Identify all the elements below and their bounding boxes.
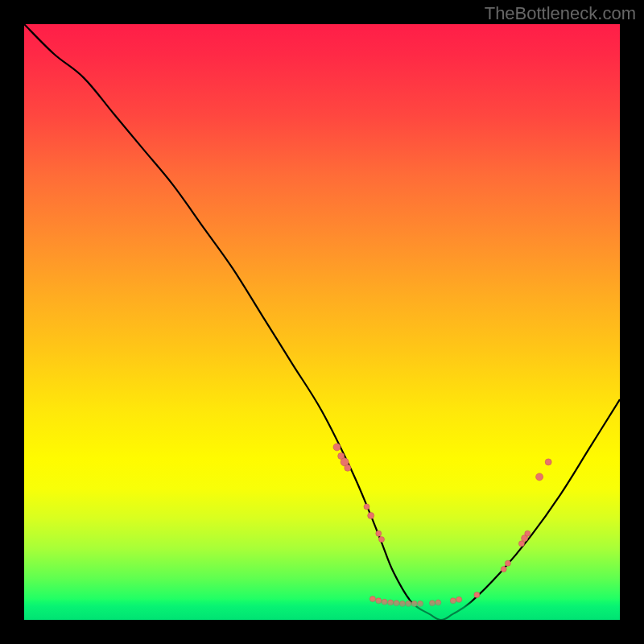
data-marker [411, 601, 417, 607]
data-marker [368, 513, 374, 519]
data-marker [429, 601, 435, 606]
data-marker [505, 560, 510, 566]
data-marker [333, 444, 341, 451]
data-marker [501, 567, 506, 572]
data-marker [456, 597, 462, 602]
data-marker [399, 601, 405, 607]
data-marker [345, 464, 351, 471]
data-marker [406, 601, 411, 607]
chart-plot-area [24, 24, 620, 620]
data-marker [376, 598, 382, 604]
data-marker [394, 601, 399, 606]
data-marker [525, 530, 530, 536]
data-marker [376, 530, 382, 536]
data-marker [369, 597, 375, 602]
data-marker [436, 600, 441, 605]
data-marker [536, 473, 543, 481]
data-marker [382, 599, 387, 605]
data-marker [474, 592, 480, 597]
chart-svg [24, 24, 620, 620]
data-marker [418, 601, 423, 607]
data-marker [518, 541, 524, 547]
data-marker [545, 459, 551, 465]
data-marker [388, 600, 394, 605]
data-marker [450, 598, 456, 604]
data-marker [379, 537, 385, 543]
data-markers-group [333, 444, 551, 607]
watermark-text: TheBottleneck.com [485, 3, 636, 24]
data-marker [364, 504, 369, 510]
bottleneck-curve [24, 24, 620, 620]
